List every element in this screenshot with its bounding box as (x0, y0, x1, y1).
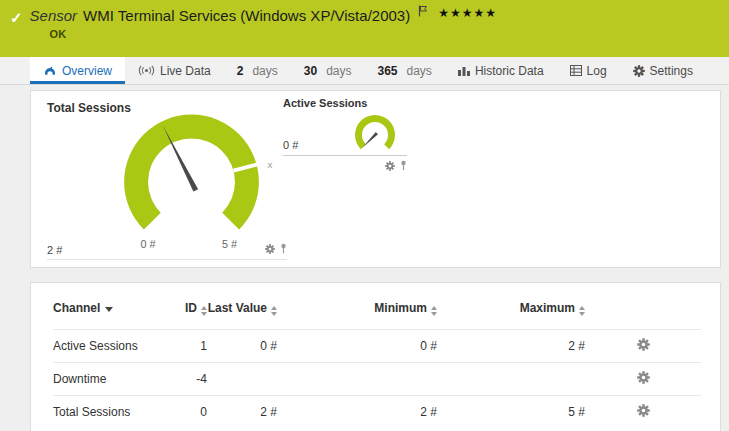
active-sessions-gauge: Active Sessions 0 # (283, 97, 407, 175)
channel-last-value: 0 # (207, 330, 277, 363)
column-label: Channel (53, 301, 100, 315)
tab-label: Live Data (160, 64, 211, 78)
tab-settings[interactable]: Settings (620, 57, 706, 84)
tab-365-days[interactable]: 365 days (364, 57, 444, 84)
tab-log[interactable]: Log (557, 57, 620, 84)
tab-label-unit: days (407, 64, 432, 78)
column-label: Last Value (208, 301, 267, 315)
channel-id: -4 (148, 363, 207, 396)
column-label: Minimum (374, 301, 427, 315)
tab-label-unit: days (252, 64, 277, 78)
title-line: Sensor WMI Terminal Services (Windows XP… (30, 7, 497, 24)
pin-icon[interactable] (400, 157, 407, 175)
gauge-icon (43, 65, 57, 76)
column-header-actions (585, 289, 701, 330)
sort-icon (579, 306, 585, 316)
pin-icon[interactable] (280, 243, 287, 256)
total-sessions-gauge-chart: x 0 # 5 # (99, 95, 284, 258)
dropdown-caret-icon (105, 307, 113, 312)
channel-minimum: 0 # (277, 330, 437, 363)
gauge-controls (265, 243, 287, 256)
channel-name: Downtime (53, 363, 148, 396)
table-row: Downtime -4 (53, 363, 701, 396)
sort-icon (431, 306, 437, 316)
tab-live-data[interactable]: Live Data (125, 57, 224, 84)
channel-settings-icon[interactable] (637, 373, 650, 387)
active-sessions-gauge-chart (345, 107, 407, 159)
settings-gear-icon (633, 65, 645, 77)
tab-label-unit: days (326, 64, 351, 78)
channels-table: Channel ID Last Value Minimum Maximum (53, 289, 701, 428)
sensor-kind-label: Sensor (30, 7, 78, 24)
channel-settings-icon[interactable] (637, 406, 650, 420)
tab-label: Settings (650, 64, 693, 78)
channel-minimum (277, 363, 437, 396)
active-sessions-gauge-row: 0 # (283, 111, 407, 155)
column-header-maximum[interactable]: Maximum (437, 289, 585, 330)
sort-icon (271, 306, 277, 316)
historic-data-icon (458, 65, 470, 76)
tab-bar: Overview Live Data 2 days 30 days 365 (0, 57, 729, 85)
column-label: ID (185, 301, 197, 315)
column-header-minimum[interactable]: Minimum (277, 289, 437, 330)
priority-stars[interactable]: ★★★★★ (438, 6, 497, 20)
tab-label-number: 365 (377, 64, 397, 78)
flag-icon[interactable] (418, 3, 428, 20)
prtg-sensor-page: ✓ Sensor WMI Terminal Services (Windows … (0, 0, 729, 431)
column-label: Maximum (520, 301, 575, 315)
total-sessions-gauge-footer: 2 # (47, 243, 287, 260)
column-header-id[interactable]: ID (148, 289, 207, 330)
channel-last-value: 2 # (207, 396, 277, 429)
live-data-icon (138, 65, 155, 76)
column-header-channel[interactable]: Channel (53, 289, 148, 330)
channel-maximum (437, 363, 585, 396)
column-header-last-value[interactable]: Last Value (207, 289, 277, 330)
page-title: WMI Terminal Services (Windows XP/Vista/… (83, 7, 410, 24)
tab-label: Historic Data (475, 64, 544, 78)
table-header-row: Channel ID Last Value Minimum Maximum (53, 289, 701, 330)
content-area: Total Sessions x 0 # 5 # 2 # Active Sess… (0, 85, 729, 431)
channel-id: 1 (148, 330, 207, 363)
channel-settings-icon[interactable] (637, 340, 650, 354)
channels-panel: Channel ID Last Value Minimum Maximum (30, 282, 721, 431)
gear-icon[interactable] (385, 157, 395, 175)
channel-last-value (207, 363, 277, 396)
tab-label: Log (587, 64, 607, 78)
channel-maximum: 2 # (437, 330, 585, 363)
gauges-panel: Total Sessions x 0 # 5 # 2 # Active Sess… (30, 90, 721, 268)
status-badge: OK (50, 28, 497, 40)
sensor-header: ✓ Sensor WMI Terminal Services (Windows … (0, 0, 729, 57)
gauge-marker-label: x (268, 159, 273, 170)
status-check-icon: ✓ (10, 9, 23, 27)
channel-minimum: 2 # (277, 396, 437, 429)
tab-2-days[interactable]: 2 days (224, 57, 291, 84)
tab-historic-data[interactable]: Historic Data (445, 57, 557, 84)
channel-name: Active Sessions (53, 330, 148, 363)
tab-label-number: 30 (304, 64, 317, 78)
gauge-current-value: 0 # (283, 139, 298, 151)
tab-label: Overview (62, 64, 112, 78)
channel-maximum: 5 # (437, 396, 585, 429)
gear-icon[interactable] (265, 244, 275, 256)
tab-label-number: 2 (237, 64, 244, 78)
table-row: Active Sessions 1 0 # 0 # 2 # (53, 330, 701, 363)
sort-icon (201, 306, 207, 316)
header-text: Sensor WMI Terminal Services (Windows XP… (30, 7, 497, 40)
tab-30-days[interactable]: 30 days (291, 57, 365, 84)
channel-name: Total Sessions (53, 396, 148, 429)
tab-overview[interactable]: Overview (30, 57, 125, 84)
gauge-current-value: 2 # (47, 244, 62, 256)
channel-id: 0 (148, 396, 207, 429)
table-row: Total Sessions 0 2 # 2 # 5 # (53, 396, 701, 429)
log-icon (570, 65, 582, 76)
